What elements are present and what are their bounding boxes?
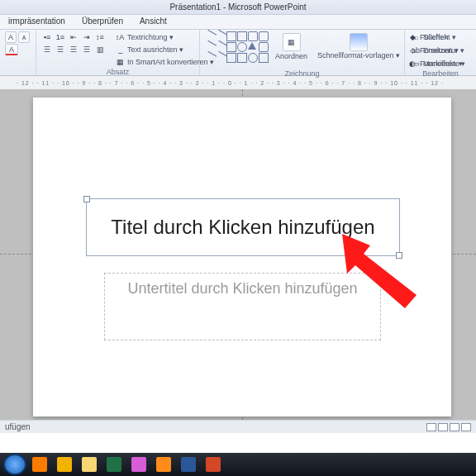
text-align-button[interactable]: Text ausrichten ▾ [127,45,183,54]
quickstyles-icon [350,33,368,51]
subtitle-placeholder-text: Untertitel durch Klicken hinzufügen [127,280,357,298]
paint-icon [131,457,146,472]
taskbar-firefox[interactable] [28,455,51,474]
replace-icon: ab [410,45,421,56]
windows-icon [3,454,26,475]
taskbar [0,453,476,476]
align-center-button[interactable]: ☰ [55,44,66,55]
view-switcher[interactable] [426,423,471,431]
select-button[interactable]: Markieren ▾ [423,60,463,68]
tab-slideshow[interactable]: irmpräsentation [0,15,74,29]
word-icon [181,457,196,472]
folder-icon [82,457,97,472]
taskbar-paint[interactable] [127,455,150,474]
group-label-edit: Bearbeiten [410,69,471,79]
columns-button[interactable]: ▥ [94,44,106,55]
title-placeholder[interactable]: Titel durch Klicken hinzufügen [86,198,400,256]
taskbar-media[interactable] [152,455,175,474]
replace-button[interactable]: Ersetzen ▾ [423,46,459,55]
find-button[interactable]: Suchen [423,33,449,41]
font-color-button[interactable]: A [5,44,18,55]
tab-review[interactable]: Überprüfen [74,15,131,29]
subtitle-placeholder[interactable]: Untertitel durch Klicken hinzufügen [104,273,381,340]
status-text: ufügen [5,422,31,431]
text-direction-button[interactable]: Textrichtung ▾ [127,33,174,41]
powerpoint-icon [206,457,221,472]
title-placeholder-text: Titel durch Klicken hinzufügen [111,216,374,239]
group-label-para: Absatz [41,68,194,77]
textalign-icon: ⎯ [114,44,126,55]
media-icon [156,457,171,472]
numbering-button[interactable]: 1≡ [55,31,66,43]
taskbar-outlook[interactable] [53,455,76,474]
bullets-button[interactable]: ▪≡ [41,31,53,43]
linespacing-button[interactable]: ↕≡ [94,31,106,43]
taskbar-word[interactable] [177,455,200,474]
ribbon-tabs: irmpräsentation Überprüfen Ansicht [0,15,476,30]
tab-view[interactable]: Ansicht [131,15,175,29]
arrange-button[interactable]: ▦ Anordnen [272,31,311,62]
indent-inc-button[interactable]: ⇥ [81,31,93,43]
taskbar-excel[interactable] [102,455,126,474]
textdir-icon: ↕A [114,31,126,43]
smartart-icon: ▦ [114,56,126,68]
font-grow-button[interactable]: A [5,31,17,43]
find-icon: ⌕ [410,31,421,43]
slide-workspace: Titel durch Klicken hinzufügen Untertite… [0,89,476,420]
arrange-icon: ▦ [283,33,301,51]
group-label-font [5,66,31,75]
align-justify-button[interactable]: ☰ [81,44,93,55]
status-bar: ufügen [0,420,476,433]
group-label-draw: Zeichnung [205,69,399,79]
quickstyles-button[interactable]: Schnellformat-vorlagen ▾ [314,31,403,61]
align-left-button[interactable]: ☰ [41,44,53,55]
ribbon: A A A ▪≡ 1≡ ⇤ ⇥ ↕≡ ☰ ☰ ☰ [0,30,476,76]
select-icon: ▭ [410,58,421,69]
indent-dec-button[interactable]: ⇤ [68,31,79,43]
firefox-icon [32,457,47,472]
taskbar-powerpoint[interactable] [202,455,225,474]
slide-canvas[interactable]: Titel durch Klicken hinzufügen Untertite… [33,98,451,416]
font-shrink-button[interactable]: A [18,31,30,43]
start-button[interactable] [3,455,26,474]
taskbar-folder[interactable] [78,455,101,474]
align-right-button[interactable]: ☰ [68,44,79,55]
window-title: Präsentation1 - Microsoft PowerPoint [0,0,476,15]
excel-icon [107,457,121,472]
shapes-gallery[interactable] [205,31,269,63]
outlook-icon [57,457,72,472]
